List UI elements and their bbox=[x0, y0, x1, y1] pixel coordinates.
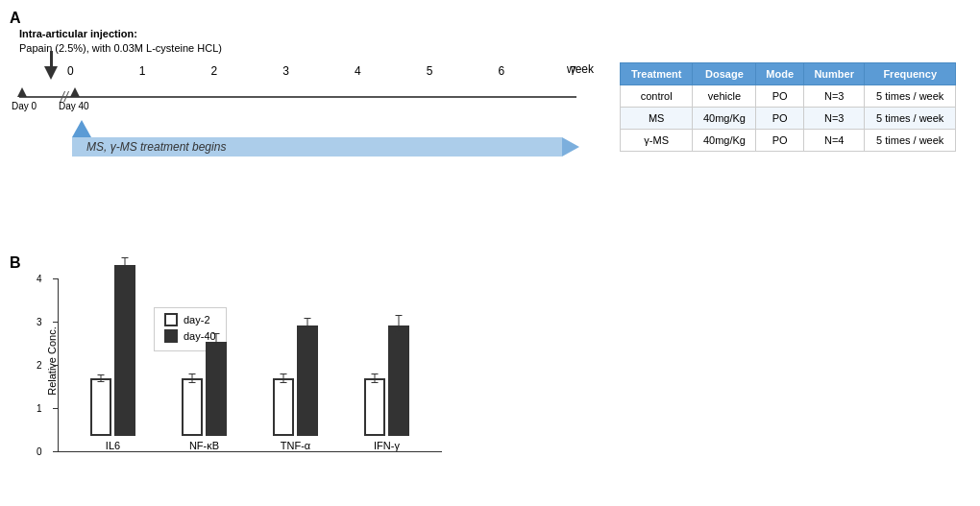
week-2: 2 bbox=[211, 64, 218, 78]
th-dosage: Dosage bbox=[693, 63, 756, 85]
th-frequency: Frequency bbox=[865, 63, 956, 85]
panel-a-label: A bbox=[10, 10, 21, 27]
table-cell-2-2: PO bbox=[756, 130, 804, 152]
week-text: week bbox=[567, 62, 594, 76]
day0-label: Day 0 bbox=[12, 101, 37, 111]
week-3: 3 bbox=[282, 64, 289, 78]
table-cell-0-0: control bbox=[621, 85, 693, 108]
y-axis-label: Relative Conc. bbox=[46, 326, 58, 396]
panel-a: A Intra-articular injection: Papain (2.5… bbox=[10, 10, 961, 240]
injection-arrow bbox=[44, 51, 58, 80]
th-number: Number bbox=[803, 63, 864, 85]
table-cell-1-0: MS bbox=[621, 108, 693, 130]
table-cell-2-3: N=4 bbox=[803, 130, 864, 152]
panel-b-label: B bbox=[10, 254, 21, 272]
table-cell-1-4: 5 times / week bbox=[865, 108, 956, 130]
bar-group-2: TNF-α bbox=[273, 325, 318, 451]
treatment-arrow-text: MS, γ-MS treatment begins bbox=[72, 140, 226, 154]
bar-label-2: TNF-α bbox=[281, 440, 310, 451]
table-cell-0-1: vehicle bbox=[693, 85, 756, 108]
bar-group-3: IFN-γ bbox=[364, 325, 409, 451]
y-tick-2 bbox=[53, 365, 58, 366]
bar-black-2 bbox=[297, 325, 318, 436]
bar-label-1: NF-κB bbox=[189, 440, 219, 451]
bar-black-3 bbox=[388, 325, 409, 436]
y-tick-label-2: 2 bbox=[37, 360, 42, 371]
bar-white-1 bbox=[182, 378, 203, 436]
bar-groups: IL6NF-κBTNF-αIFN-γ bbox=[67, 278, 432, 451]
y-tick-label-3: 3 bbox=[37, 317, 42, 327]
week-6: 6 bbox=[499, 64, 505, 78]
bar-label-0: IL6 bbox=[106, 440, 120, 451]
y-tick-1 bbox=[53, 408, 58, 409]
day40-label: Day 40 bbox=[59, 101, 89, 111]
table-cell-2-1: 40mg/Kg bbox=[693, 130, 756, 152]
bar-black-1 bbox=[206, 342, 227, 436]
bar-white-2 bbox=[273, 378, 294, 436]
bar-black-0 bbox=[114, 265, 135, 436]
th-treatment: Treatment bbox=[621, 63, 693, 85]
day0-marker bbox=[17, 87, 27, 97]
table-cell-1-1: 40mg/Kg bbox=[693, 108, 756, 130]
day40-marker bbox=[70, 87, 80, 97]
table-cell-1-3: N=3 bbox=[803, 108, 864, 130]
y-tick-label-4: 4 bbox=[37, 274, 42, 284]
week-0: 0 bbox=[67, 64, 74, 78]
week-1: 1 bbox=[139, 64, 146, 78]
bar-group-0: IL6 bbox=[90, 265, 135, 451]
bar-white-3 bbox=[364, 378, 385, 436]
table-cell-0-3: N=3 bbox=[803, 85, 864, 108]
week-numbers: 0 1 2 3 4 5 6 7 bbox=[67, 64, 576, 78]
bar-label-3: IFN-γ bbox=[374, 440, 400, 451]
week-5: 5 bbox=[427, 64, 433, 78]
bar-group-1: NF-κB bbox=[182, 342, 227, 451]
chart-area: Relative Conc. 0 1 2 3 4 bbox=[58, 278, 461, 470]
panel-b: B Relative Conc. 0 1 2 3 4 bbox=[10, 254, 490, 494]
y-tick-0 bbox=[53, 451, 58, 452]
week-4: 4 bbox=[355, 64, 361, 78]
y-tick-3 bbox=[53, 322, 58, 323]
table-cell-0-2: PO bbox=[756, 85, 804, 108]
table-cell-0-4: 5 times / week bbox=[865, 85, 956, 108]
treatment-table: Treatment Dosage Mode Number Frequency c… bbox=[620, 62, 956, 152]
bar-white-0 bbox=[90, 378, 111, 436]
table-cell-2-0: γ-MS bbox=[621, 130, 693, 152]
table-cell-2-4: 5 times / week bbox=[865, 130, 956, 152]
y-tick-4 bbox=[53, 278, 58, 279]
table-cell-1-2: PO bbox=[756, 108, 804, 130]
y-tick-label-0: 0 bbox=[37, 446, 42, 457]
y-tick-label-1: 1 bbox=[37, 403, 42, 414]
y-axis bbox=[58, 278, 59, 451]
th-mode: Mode bbox=[756, 63, 804, 85]
injection-title: Intra-articular injection: bbox=[19, 28, 137, 39]
timeline-line bbox=[19, 96, 576, 98]
x-axis bbox=[58, 451, 442, 452]
